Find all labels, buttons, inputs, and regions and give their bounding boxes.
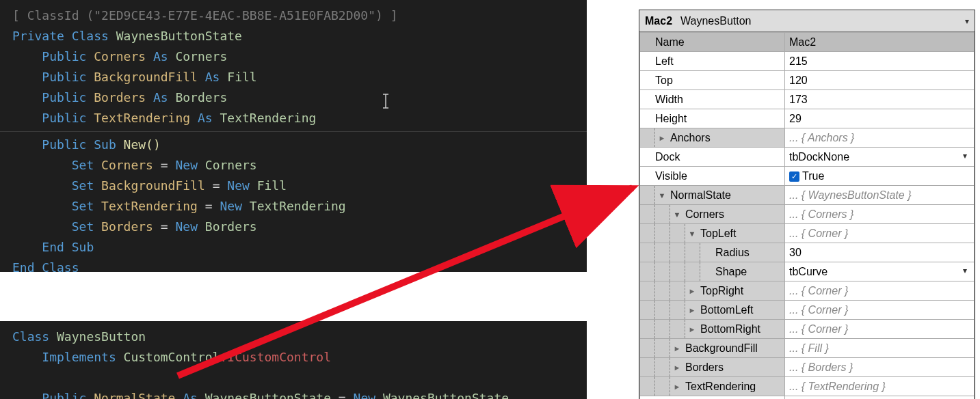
prop-value[interactable]: ... { Corner } [785,224,975,243]
prop-key: Radius [714,247,784,259]
prop-value[interactable]: ... { Corners } [785,205,975,224]
prop-row-normalstate[interactable]: ▼NormalState... { WaynesButtonState } [640,186,975,205]
object-type: WaynesButton [680,15,751,27]
prop-key: Left [654,55,784,68]
prop-row-bottomleft[interactable]: ►BottomLeft... { Corner } [640,301,975,320]
expand-open-icon[interactable]: ▼ [655,191,669,200]
chevron-down-icon: ▾ [965,16,969,26]
prop-row-top[interactable]: Top120 [640,71,975,90]
dropdown-chevron-icon[interactable]: ▾ [963,151,970,161]
prop-value[interactable]: 215 [785,52,975,71]
prop-key: NormalState [669,189,784,202]
prop-key: Corners [684,208,784,221]
code-editor-classdef[interactable]: Class WaynesButton Implements CustomCont… [0,321,587,399]
expand-open-icon[interactable]: ▼ [670,210,684,219]
expand-closed-icon[interactable]: ► [670,344,684,353]
prop-value[interactable]: ... { Corner } [785,281,975,301]
expand-closed-icon[interactable]: ► [670,363,684,372]
prop-row-backgroundfill[interactable]: ►BackgroundFill... { Fill } [640,339,975,358]
prop-row-caption[interactable]: CaptionMac 2 [640,396,975,400]
prop-key: Shape [714,266,784,278]
prop-key: TextRendering [684,381,784,393]
prop-value[interactable]: ... { Fill } [785,339,975,358]
prop-value[interactable]: ... { Borders } [785,358,975,377]
prop-key: Dock [654,151,784,163]
prop-value[interactable]: tbCurve▾ [785,262,975,281]
expand-closed-icon[interactable]: ► [685,287,699,295]
prop-value[interactable]: 173 [785,90,975,109]
code-editor-statedef[interactable]: [ ClassId ("2ED9CE43-E77E-4EAC-BB8E-A51E… [0,0,587,272]
expand-closed-icon[interactable]: ► [655,134,669,142]
prop-row-visible[interactable]: Visible✓True [640,167,975,186]
prop-value[interactable]: tbDockNone▾ [785,148,975,167]
prop-row-width[interactable]: Width173 [640,90,975,109]
property-grid: Mac2 WaynesButton ▾ NameMac2Left215Top12… [639,10,975,399]
prop-value[interactable]: ... { TextRendering } [785,377,975,396]
prop-key: Top [654,74,784,87]
prop-row-left[interactable]: Left215 [640,52,975,71]
prop-key: Anchors [669,132,784,144]
prop-value[interactable]: ✓True [785,167,975,186]
prop-key: Width [654,94,784,106]
prop-key: BackgroundFill [684,342,784,355]
expand-open-icon[interactable]: ▼ [685,230,699,238]
prop-row-bottomright[interactable]: ►BottomRight... { Corner } [640,320,975,339]
prop-key: Visible [654,170,784,182]
prop-value[interactable]: ... { WaynesButtonState } [785,186,975,205]
prop-value[interactable]: ... { Corner } [785,301,975,320]
prop-key: Borders [684,361,784,374]
prop-row-height[interactable]: Height29 [640,109,975,128]
checkbox-icon[interactable]: ✓ [789,171,799,182]
prop-value[interactable]: 120 [785,71,975,90]
expand-closed-icon[interactable]: ► [670,383,684,391]
prop-value[interactable]: Mac 2 [785,396,975,400]
prop-row-radius[interactable]: Radius30 [640,243,975,262]
prop-row-topleft[interactable]: ▼TopLeft... { Corner } [640,224,975,243]
prop-row-name[interactable]: NameMac2 [640,33,975,52]
prop-row-anchors[interactable]: ►Anchors... { Anchors } [640,128,975,148]
prop-row-shape[interactable]: ShapetbCurve▾ [640,262,975,281]
prop-row-dock[interactable]: DocktbDockNone▾ [640,148,975,167]
dropdown-chevron-icon[interactable]: ▾ [963,266,970,275]
object-selector[interactable]: Mac2 WaynesButton ▾ [639,10,975,32]
prop-value[interactable]: ... { Corner } [785,320,975,339]
prop-value[interactable]: Mac2 [785,33,975,52]
prop-row-textrendering[interactable]: ►TextRendering... { TextRendering } [640,377,975,396]
prop-row-borders[interactable]: ►Borders... { Borders } [640,358,975,377]
prop-key: BottomLeft [699,304,784,316]
prop-value[interactable]: 29 [785,109,975,128]
prop-value[interactable]: 30 [785,243,975,262]
prop-key: BottomRight [699,323,784,335]
prop-row-corners[interactable]: ▼Corners... { Corners } [640,205,975,224]
object-name: Mac2 [645,15,672,27]
prop-key: Name [654,36,784,49]
prop-value[interactable]: ... { Anchors } [785,128,975,148]
prop-key: Height [654,113,784,125]
prop-row-topright[interactable]: ►TopRight... { Corner } [640,281,975,301]
prop-key: TopRight [699,285,784,297]
text-cursor-icon [382,93,390,109]
expand-closed-icon[interactable]: ► [685,306,699,314]
prop-key: TopLeft [699,228,784,240]
expand-closed-icon[interactable]: ► [685,325,699,333]
